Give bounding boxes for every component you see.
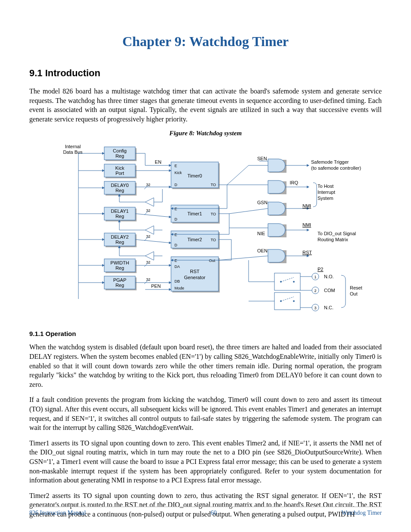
svg-text:NMI: NMI (302, 203, 311, 208)
page-footer: 826 Instruction Manual 60 Watchdog Timer (29, 507, 382, 516)
svg-text:Mode: Mode (174, 286, 184, 290)
delay0-reg: DELAY0 (111, 183, 128, 188)
svg-line-120 (218, 256, 268, 260)
svg-text:DA: DA (174, 264, 180, 269)
and-gate-nmi1: GSN NMI (229, 200, 311, 216)
reset-out-connector: P2 1 2 3 N.O. COM N.C. Reset Out (249, 260, 362, 311)
host-label: To Host (318, 184, 333, 189)
svg-text:2: 2 (314, 289, 316, 293)
svg-text:(to safemode controller): (to safemode controller) (311, 165, 361, 171)
svg-text:D: D (174, 217, 177, 221)
operation-p3: Timer1 asserts its TO signal upon counti… (29, 439, 382, 485)
svg-text:Reg: Reg (115, 188, 124, 193)
delay2-reg: DELAY2 (111, 234, 128, 240)
svg-text:Reg: Reg (115, 240, 124, 245)
dio-label: To DIO_out Signal (318, 231, 356, 236)
svg-text:Kick: Kick (174, 171, 182, 175)
timer2: Timer2 (187, 237, 202, 242)
intro-paragraph: The model 826 board has a multistage wat… (29, 87, 382, 124)
svg-text:32: 32 (146, 277, 150, 282)
svg-text:N.O.: N.O. (324, 274, 334, 279)
svg-text:COM: COM (324, 288, 335, 293)
svg-point-131 (293, 300, 295, 302)
rst-gen: RST (190, 269, 199, 274)
svg-line-96 (227, 165, 249, 185)
svg-rect-125 (274, 292, 300, 310)
svg-line-70 (135, 240, 171, 243)
svg-text:D: D (174, 183, 177, 187)
svg-text:32: 32 (146, 260, 150, 264)
svg-text:IRQ: IRQ (290, 180, 298, 185)
svg-text:Reg: Reg (115, 153, 124, 159)
svg-text:Reg: Reg (115, 283, 124, 288)
svg-text:Reg: Reg (115, 214, 124, 219)
figure-caption: Figure 8: Watchdog system (29, 130, 382, 137)
svg-text:E: E (174, 233, 177, 237)
svg-text:NMI: NMI (302, 222, 311, 227)
svg-rect-124 (274, 273, 300, 290)
pwidth-reg: PWIDTH (110, 260, 129, 265)
operation-p2: If a fault condition prevents the progra… (29, 395, 382, 432)
timer1: Timer1 (187, 211, 202, 216)
safemode-label: Safemode Trigger (311, 159, 349, 165)
svg-text:E: E (174, 207, 177, 211)
watchdog-diagram: Internal Data Bus Config Reg Kick Port D… (33, 140, 378, 320)
svg-text:Out: Out (350, 291, 358, 296)
svg-text:Reg: Reg (115, 265, 124, 271)
svg-text:32: 32 (146, 208, 150, 213)
and-gate-nmi2: NIE NMI To DIO_out Signal Routing Matrix (229, 222, 356, 242)
footer-center: 60 (211, 510, 217, 516)
svg-text:P2: P2 (318, 267, 323, 272)
and-gate-irq: IRQ To Host Interrupt System (227, 180, 335, 201)
svg-text:N.C.: N.C. (324, 305, 333, 310)
and-gate-rst: OEN RST (218, 248, 312, 263)
operation-p1: When the watchdog system is disabled (de… (29, 342, 382, 389)
svg-text:E: E (174, 258, 177, 263)
bus-label: Internal (65, 144, 81, 149)
svg-text:Interrupt: Interrupt (318, 190, 335, 195)
svg-point-128 (293, 281, 295, 283)
svg-text:DB: DB (174, 279, 180, 283)
svg-marker-50 (145, 198, 154, 206)
svg-text:System: System (318, 196, 333, 201)
pen-label: PEN (151, 283, 161, 289)
svg-marker-71 (145, 252, 154, 260)
svg-text:Routing Matrix: Routing Matrix (318, 237, 348, 242)
svg-text:Generator: Generator (184, 275, 206, 280)
subsection-heading: 9.1.1 Operation (29, 330, 382, 337)
pgap-reg: PGAP (113, 277, 127, 283)
chapter-title: Chapter 9: Watchdog Timer (29, 34, 382, 50)
svg-text:TO: TO (211, 183, 216, 187)
svg-line-129 (281, 297, 294, 301)
svg-text:RST: RST (302, 250, 312, 255)
svg-text:3: 3 (314, 306, 316, 310)
svg-text:NIE: NIE (257, 231, 265, 236)
delay1-reg: DELAY1 (111, 208, 128, 214)
kick-port: Kick (115, 165, 125, 171)
svg-line-126 (281, 277, 294, 282)
svg-text:32: 32 (146, 183, 150, 187)
svg-text:TO: TO (211, 212, 216, 216)
config-reg: Config (113, 148, 127, 153)
svg-text:32: 32 (146, 234, 150, 239)
footer-left: 826 Instruction Manual (29, 510, 86, 516)
svg-text:GSN: GSN (257, 200, 268, 205)
svg-point-127 (280, 281, 282, 283)
en-label: EN (155, 159, 161, 165)
svg-text:Reset: Reset (350, 285, 362, 290)
sen-signal: SEN (257, 156, 267, 161)
svg-point-130 (280, 300, 282, 302)
svg-text:1: 1 (314, 275, 316, 279)
timer0: Timer0 (187, 173, 202, 178)
bus-width-32: 32 32 32 32 32 (144, 183, 150, 284)
footer-right: Watchdog Timer (342, 510, 382, 516)
svg-text:Out: Out (209, 258, 215, 263)
bus-label2: Data Bus (63, 149, 83, 155)
svg-line-60 (135, 214, 171, 217)
svg-marker-61 (145, 226, 154, 234)
svg-line-109 (229, 208, 268, 214)
svg-text:Port: Port (115, 171, 124, 176)
svg-text:OEN: OEN (257, 248, 268, 253)
section-heading: 9.1 Introduction (29, 68, 382, 79)
svg-text:D: D (174, 243, 177, 247)
